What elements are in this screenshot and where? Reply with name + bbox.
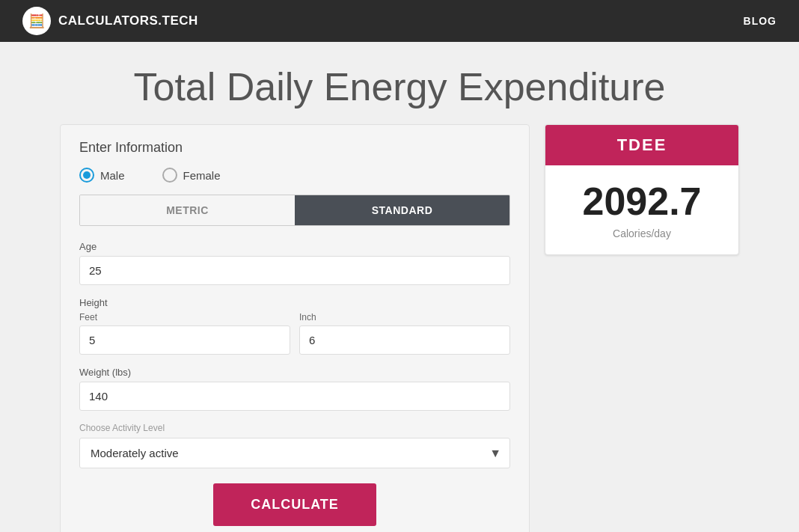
- activity-select-wrapper: Sedentary Lightly active Moderately acti…: [79, 438, 510, 468]
- age-label: Age: [79, 241, 510, 252]
- result-panel: TDEE 2092.7 Calories/day: [545, 124, 739, 255]
- weight-input[interactable]: [79, 382, 510, 411]
- weight-field-group: Weight (lbs): [79, 367, 510, 411]
- calc-button-row: CALCULATE: [79, 483, 510, 526]
- gender-female-option[interactable]: Female: [162, 168, 221, 183]
- activity-group: Choose Activity Level Sedentary Lightly …: [79, 423, 510, 468]
- inch-input[interactable]: [299, 325, 510, 355]
- gender-male-label: Male: [100, 169, 125, 182]
- header: 🧮 CALCULATORS.TECH BLOG: [0, 0, 799, 42]
- inch-sub: Inch: [299, 312, 510, 355]
- radio-male[interactable]: [79, 168, 94, 183]
- age-field-group: Age: [79, 241, 510, 285]
- feet-sub: Feet: [79, 312, 290, 355]
- result-header: TDEE: [545, 125, 738, 165]
- logo-text: CALCULATORS.TECH: [58, 13, 198, 28]
- age-input[interactable]: [79, 256, 510, 285]
- result-body: 2092.7 Calories/day: [545, 165, 738, 254]
- activity-select[interactable]: Sedentary Lightly active Moderately acti…: [79, 438, 510, 468]
- page-title-section: Total Daily Energy Expenditure: [0, 42, 799, 124]
- activity-label: Choose Activity Level: [79, 423, 510, 433]
- height-label: Height: [79, 297, 510, 308]
- inch-label: Inch: [299, 312, 510, 322]
- form-panel-title: Enter Information: [79, 140, 510, 156]
- page-title: Total Daily Energy Expenditure: [0, 64, 799, 109]
- main-content: Enter Information Male Female METRIC STA…: [0, 124, 799, 532]
- height-field-group: Height Feet Inch: [79, 297, 510, 355]
- unit-tabs: METRIC STANDARD: [79, 195, 510, 226]
- result-unit: Calories/day: [560, 227, 723, 239]
- tab-metric[interactable]: METRIC: [80, 195, 295, 225]
- result-value: 2092.7: [560, 180, 723, 223]
- logo-icon: 🧮: [22, 7, 51, 35]
- height-row: Feet Inch: [79, 312, 510, 355]
- gender-female-label: Female: [183, 169, 221, 182]
- calculate-button[interactable]: CALCULATE: [213, 483, 376, 526]
- weight-label: Weight (lbs): [79, 367, 510, 378]
- logo-area: 🧮 CALCULATORS.TECH: [22, 7, 198, 35]
- feet-input[interactable]: [79, 325, 290, 355]
- tab-standard[interactable]: STANDARD: [295, 195, 509, 225]
- gender-row: Male Female: [79, 168, 510, 183]
- feet-label: Feet: [79, 312, 290, 322]
- gender-male-option[interactable]: Male: [79, 168, 125, 183]
- nav-blog-link[interactable]: BLOG: [744, 15, 777, 27]
- radio-female[interactable]: [162, 168, 177, 183]
- form-panel: Enter Information Male Female METRIC STA…: [60, 124, 530, 532]
